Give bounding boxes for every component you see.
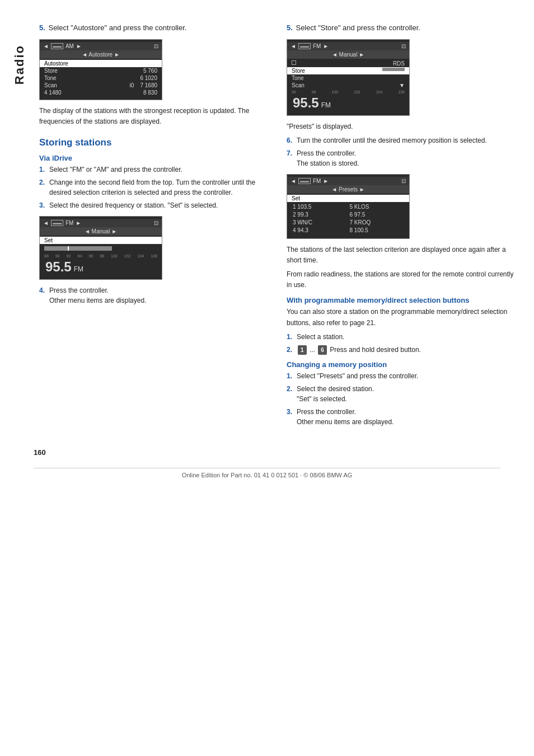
presets-screen: ◄ ▬▬ FM ► ⊡ ◄ Presets ► Set 1 103.5 5 K	[287, 174, 410, 239]
section-title-storing: Storing stations	[39, 137, 270, 148]
fm-manual-subheader: ◄ Manual ►	[40, 227, 162, 236]
right-body-text2: The stations of the last selection crite…	[287, 245, 517, 266]
step-mem-1-text: Select "Presets" and press the controlle…	[297, 371, 517, 381]
presets-corner: ⊡	[401, 178, 406, 184]
step6-text: Turn the controller until the desired me…	[297, 135, 517, 145]
sub-title-programmable: With programmable memory/direct selectio…	[287, 296, 517, 304]
step-idrive-2: 2. Change into the second field from the…	[39, 177, 270, 198]
am-row-scan: Scan i0 7 1680	[40, 82, 162, 89]
badge-6: 6	[318, 345, 327, 355]
fm-manual-screen: ◄ ▬▬ FM ► ⊡ ◄ Manual ► Set	[39, 216, 162, 280]
step-mem-3: 3. Press the controller.Other menu items…	[287, 407, 517, 427]
steps-memory: 1. Select "Presets" and press the contro…	[287, 371, 517, 427]
am-screen: ◄ ▬▬ AM ► ⊡ ◄ Autostore ► Autostore St	[39, 39, 162, 100]
am-tone-label: Tone	[44, 75, 57, 81]
side-label: Radio	[12, 45, 27, 84]
fm-store-title: FM	[313, 43, 321, 49]
fm-manual-right-arrow: ►	[76, 220, 81, 226]
scan-arrow: ▼	[399, 82, 405, 88]
fm-store-rds-row: RDS	[287, 60, 409, 67]
footer-text: Online Edition for Part no. 01 41 0 012 …	[0, 472, 534, 478]
step-mem-2-num: 2.	[287, 384, 294, 404]
step7-text: Press the controller.The station is stor…	[297, 148, 517, 168]
left-step5-text: Select "Autostore" and press the control…	[48, 24, 186, 32]
fm-manual-freq-display: 95.5 FM	[40, 258, 162, 277]
am-sub-header: ◄ Autostore ►	[40, 50, 162, 59]
step-btn-2-text: 1 ... 6 Press and hold desired button.	[297, 345, 517, 355]
right-body-text3: From radio readiness, the stations are s…	[287, 269, 517, 290]
step-mem-3-num: 3.	[287, 407, 294, 427]
am-row-store: Store 5 760	[40, 67, 162, 74]
step-idrive-3-text: Select the desired frequency or station.…	[49, 200, 270, 210]
fm-cursor	[68, 246, 69, 251]
preset-7: 7 KROQ	[349, 219, 405, 226]
preset-4: 4 94.3	[292, 227, 348, 234]
right-step5-num: 5.	[287, 24, 293, 32]
steps-buttons: 1. Select a station. 2. 1 ... 6 Press an…	[287, 332, 517, 355]
fm-store-freq-val: 95.5	[293, 95, 319, 111]
right-body-presets: "Presets" is displayed.	[287, 121, 517, 132]
step-idrive-2-num: 2.	[39, 177, 47, 198]
preset-8: 8 100.5	[349, 227, 405, 234]
scan-label: Scan	[292, 82, 305, 88]
presets-subheader: ◄ Presets ►	[287, 185, 409, 194]
am-store-label: Store	[44, 68, 58, 74]
step-idrive-1-text: Select "FM" or "AM" and press the contro…	[49, 165, 270, 175]
fm-store-freq-display: 95.5 FM	[287, 94, 409, 113]
preset-2: 2 99.3	[292, 211, 348, 218]
am-screen-icon: ▬▬	[51, 43, 63, 49]
fm-store-left-arrow: ◄	[291, 43, 296, 49]
badge-1: 1	[298, 345, 307, 355]
am-corner-icon: ⊡	[154, 43, 158, 49]
step-idrive-1-num: 1.	[39, 165, 47, 175]
right-step5-text: Select "Store" and press the controller.	[296, 24, 420, 32]
fm-store-scan-row: Scan ▼	[287, 82, 409, 89]
fm-store-header: ◄ ▬▬ FM ► ⊡	[287, 42, 409, 50]
fm-manual-set-row: Set	[40, 237, 162, 244]
preset-6: 6 97.5	[349, 211, 405, 218]
fm-manual-freq-scale: 88 90 92 94 96 98 100 102 104 108	[40, 254, 162, 258]
step-btn-1-num: 1.	[287, 332, 294, 342]
preset-1: 1 103.5	[292, 203, 348, 210]
fm-manual-freq-val: 95.5	[45, 259, 72, 275]
step4-num: 4.	[39, 285, 47, 306]
footer-area: 160 Online Edition for Part no. 01 41 0 …	[0, 448, 534, 478]
presets-icon: ▬▬	[298, 178, 311, 184]
am-row-tone: Tone 6 1020	[40, 74, 162, 82]
presets-header: ◄ ▬▬ FM ► ⊡	[287, 177, 409, 185]
fm-store-menu: RDS Store Tone Scan ▼	[287, 59, 409, 90]
preset-grid: 1 103.5 5 KLOS 2 99.3 6 97.5 3 WN/C 7 KR…	[287, 202, 409, 235]
tone-label: Tone	[292, 75, 304, 81]
preset-3: 3 WN/C	[292, 219, 348, 226]
step7-num: 7.	[287, 148, 294, 168]
presets-left-arrow: ◄	[291, 178, 296, 184]
am-scan-label: Scan	[44, 82, 57, 88]
two-col-layout: 5. Select "Autostore" and press the cont…	[39, 22, 517, 431]
right-step5: 5. Select "Store" and press the controll…	[287, 22, 517, 34]
left-step5-num: 5.	[39, 24, 45, 32]
left-column: 5. Select "Autostore" and press the cont…	[39, 22, 270, 431]
fm-manual-menu: Set	[40, 236, 162, 254]
am-store-val: 5 760	[143, 68, 157, 74]
content-area: 5. Select "Autostore" and press the cont…	[39, 22, 517, 431]
fm-manual-freq-unit: FM	[74, 265, 83, 273]
right-body-text4: You can also store a station on the prog…	[287, 307, 517, 328]
fm-store-corner: ⊡	[401, 43, 406, 49]
sub-title-via-idrive: Via iDrive	[39, 154, 270, 162]
fm-store-store-row: Store	[287, 67, 409, 74]
fm-manual-icon: ▬▬	[51, 220, 63, 226]
step4-item: 4. Press the controller. Other menu item…	[39, 285, 270, 306]
am-row-autostore: Autostore	[40, 60, 162, 67]
left-step5: 5. Select "Autostore" and press the cont…	[39, 22, 270, 34]
fm-store-right-arrow: ►	[323, 43, 329, 49]
fm-manual-set-label: Set	[44, 237, 53, 243]
steps-step4: 4. Press the controller. Other menu item…	[39, 285, 270, 306]
step4-text1: Press the controller.	[49, 287, 109, 294]
preset-5: 5 KLOS	[349, 203, 405, 210]
step-idrive-3: 3. Select the desired frequency or stati…	[39, 200, 270, 210]
step4-text2: Other menu items are displayed.	[49, 297, 146, 304]
page-container: Radio 5. Select "Autostore" and press th…	[0, 0, 534, 756]
am-right-arrow: ►	[76, 43, 82, 49]
fm-store-icon: ▬▬	[298, 43, 311, 49]
step6-num: 6.	[287, 135, 294, 145]
